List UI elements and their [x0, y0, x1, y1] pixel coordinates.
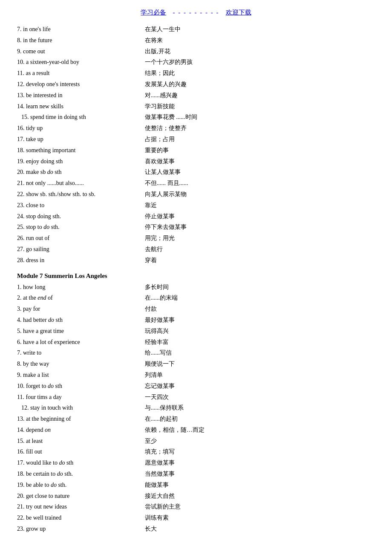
zh-term: 向某人展示某物 [145, 189, 187, 199]
zh-term: 填充；填写 [145, 447, 175, 457]
list-item: 28. dress in穿着 [17, 255, 375, 266]
list-item: 3. pay for付款 [17, 304, 375, 314]
list-item: 16. tidy up使整洁；使整齐 [17, 123, 375, 133]
zh-term: 在......的末端 [145, 293, 178, 303]
zh-term: 在将来 [145, 35, 163, 46]
header-dashes: - - - - - - - - - [168, 9, 224, 16]
en-term: 1. how long [17, 282, 145, 292]
zh-term: 学习新技能 [145, 101, 175, 112]
list-item: 20. get close to nature接近大自然 [17, 491, 375, 501]
zh-term: 列清单 [145, 370, 163, 380]
en-term: 2. at the end of [17, 293, 145, 303]
zh-term: 在......的起初 [145, 414, 178, 424]
zh-term: 尝试新的主意 [145, 502, 181, 512]
en-term: 7. write to [17, 348, 145, 358]
list-item: 14. learn new skills学习新技能 [17, 101, 375, 112]
zh-term: 付款 [145, 304, 157, 314]
en-term: 26. run out of [17, 233, 145, 243]
zh-term: 玩得高兴 [145, 326, 169, 336]
list-item: 5. have a great time玩得高兴 [17, 326, 375, 336]
en-term: 9. come out [17, 46, 145, 57]
en-term: 6. have a lot of experience [17, 337, 145, 347]
zh-term: 停下来去做某事 [145, 222, 187, 232]
en-term: 17. take up [17, 134, 145, 145]
list-item: 17. take up占据；占用 [17, 134, 375, 145]
en-term: 12. develop one's interests [17, 79, 145, 90]
zh-term: 用完；用光 [145, 233, 175, 243]
list-item: 26. run out of用完；用光 [17, 233, 375, 243]
list-item: 11. as a result结果；因此 [17, 68, 375, 78]
zh-term: 至少 [145, 436, 157, 446]
module7-title: Module 7 Summerin Los Angeles [17, 272, 375, 280]
en-term: 10. a sixteen-year-old boy [17, 57, 145, 67]
list-item: 19. be able to do sth.能做某事 [17, 480, 375, 490]
en-term: 4. had better do sth [17, 315, 145, 325]
zh-term: 顺便说一下 [145, 359, 175, 369]
zh-term: 忘记做某事 [145, 381, 175, 391]
list-item: 7. write to给......写信 [17, 348, 375, 358]
zh-term: 一天四次 [145, 392, 169, 402]
zh-term: 结果；因此 [145, 68, 175, 78]
list-item: 25. stop to do sth.停下来去做某事 [17, 222, 375, 232]
en-term: 7. in one's life [17, 24, 145, 35]
en-term: 9. make a list [17, 370, 145, 380]
en-term: 22. show sb. sth./show sth. to sb. [17, 189, 145, 199]
zh-term: 经验丰富 [145, 337, 169, 347]
zh-term: 接近大自然 [145, 491, 175, 501]
list-item: 7. in one's life在某人一生中 [17, 24, 375, 35]
en-term: 27. go sailing [17, 244, 145, 254]
en-term: 23. grow up [17, 524, 145, 534]
list-item: 6. have a lot of experience经验丰富 [17, 337, 375, 347]
zh-term: 做某事花费 ......时间 [145, 112, 197, 122]
zh-term: 出版,开花 [145, 46, 170, 57]
en-term: 21. not only ......but also...... [17, 178, 145, 188]
en-term: 11. four tims a day [17, 392, 145, 402]
zh-term: 发展某人的兴趣 [145, 79, 187, 90]
zh-term: 与......保持联系 [145, 403, 184, 413]
list-item: 12. develop one's interests发展某人的兴趣 [17, 79, 375, 90]
en-term: 11. as a result [17, 68, 145, 78]
list-item: 13. be interested in对......感兴趣 [17, 90, 375, 101]
zh-term: 去航行 [145, 244, 163, 254]
list-item: 15. at least至少 [17, 436, 375, 446]
en-term: 16. fill out [17, 447, 145, 457]
zh-term: 让某人做某事 [145, 167, 181, 177]
en-term: 13. at the beginning of [17, 414, 145, 424]
list-item: 27. go sailing去航行 [17, 244, 375, 254]
list-item: 14. depend on依赖，相信，随…而定 [17, 425, 375, 435]
en-term: 10. forget to do sth [17, 381, 145, 391]
en-term: 5. have a great time [17, 326, 145, 336]
zh-term: 对......感兴趣 [145, 90, 178, 101]
en-term: 3. pay for [17, 304, 145, 314]
list-item: 13. at the beginning of在......的起初 [17, 414, 375, 424]
en-term: 13. be interested in [17, 90, 145, 101]
en-term: 8. by the way [17, 359, 145, 369]
zh-term: 喜欢做某事 [145, 156, 175, 167]
zh-term: 在某人一生中 [145, 24, 181, 35]
zh-term: 一个十六岁的男孩 [145, 57, 193, 67]
zh-term: 多长时间 [145, 282, 169, 292]
zh-term: 愿意做某事 [145, 458, 175, 468]
module7-list: 1. how long多长时间2. at the end of在......的末… [17, 282, 375, 534]
zh-term: 停止做某事 [145, 211, 175, 222]
list-item: 11. four tims a day一天四次 [17, 392, 375, 402]
zh-term: 给......写信 [145, 348, 172, 358]
header-left-link[interactable]: 学习必备 [141, 9, 166, 16]
en-term: 15. at least [17, 436, 145, 446]
en-term: 14. learn new skills [17, 101, 145, 112]
list-item: 10. forget to do sth忘记做某事 [17, 381, 375, 391]
zh-term: 依赖，相信，随…而定 [145, 425, 205, 435]
list-item: 22. be well trained训练有素 [17, 513, 375, 523]
list-item: 17. would like to do sth愿意做某事 [17, 458, 375, 468]
header-right-link[interactable]: 欢迎下载 [226, 9, 251, 16]
en-term: 12. stay in touch with [17, 403, 145, 413]
section1-list: 7. in one's life在某人一生中8. in the future在将… [17, 24, 375, 266]
header: 学习必备 - - - - - - - - - 欢迎下载 [17, 9, 375, 17]
zh-term: 使整洁；使整齐 [145, 123, 187, 133]
list-item: 16. fill out填充；填写 [17, 447, 375, 457]
en-term: 22. be well trained [17, 513, 145, 523]
list-item: 1. how long多长时间 [17, 282, 375, 292]
zh-term: 当然做某事 [145, 469, 175, 479]
en-term: 16. tidy up [17, 123, 145, 133]
en-term: 19. enjoy doing sth [17, 156, 145, 167]
